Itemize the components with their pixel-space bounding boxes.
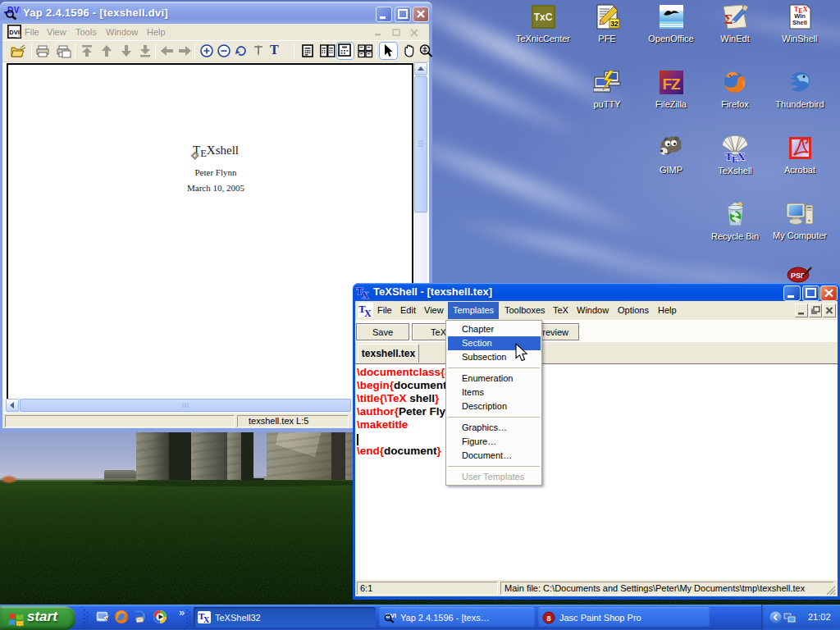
svg-text:32: 32: [610, 20, 619, 28]
svg-text:Shell: Shell: [792, 19, 807, 26]
svg-text:X: X: [203, 615, 210, 623]
svg-text:DVI: DVI: [9, 29, 20, 36]
svg-text:8: 8: [546, 614, 550, 623]
svg-text:X: X: [362, 290, 369, 299]
svg-text:TxC: TxC: [533, 11, 552, 23]
svg-text:Σ: Σ: [724, 12, 733, 26]
svg-text:FZ: FZ: [662, 75, 681, 93]
svg-text:X: X: [364, 308, 372, 317]
